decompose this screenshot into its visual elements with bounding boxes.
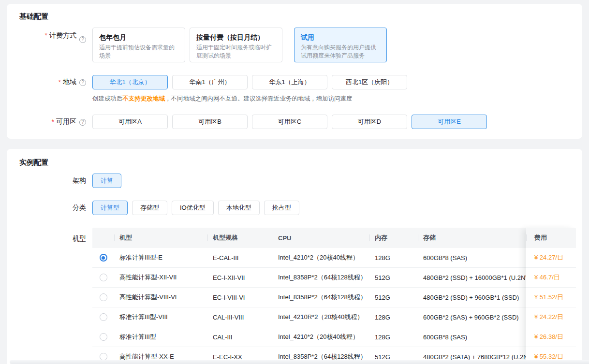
- zone-row: * 可用区 ? 可用区A可用区B可用区C可用区D可用区E: [7, 115, 582, 129]
- cell-cpu: Intel_8358P*2（64核128线程）: [273, 273, 369, 282]
- cell-cpu: Intel_8358P*2（64核128线程）: [273, 293, 369, 302]
- zone-option-4[interactable]: 可用区D: [332, 115, 407, 129]
- cell-model: 高性能计算型-XII-VII: [114, 273, 207, 282]
- region-note-suffix: ，不同地域之间内网不互通。建议选择靠近业务的地域，增加访问速度: [165, 95, 353, 102]
- billing-method-label: * 计费方式 ?: [7, 28, 86, 62]
- billing-method-label-text: 计费方式: [49, 31, 76, 40]
- region-option-2[interactable]: 华南1（广州）: [172, 75, 248, 89]
- cell-memory: 128G: [369, 334, 418, 341]
- row-radio[interactable]: [100, 274, 107, 281]
- cell-spec: CAL-III-VIII: [207, 314, 273, 321]
- category-options: 计算型存储型IO优化型本地化型抢占型: [92, 201, 299, 215]
- category-option-3[interactable]: IO优化型: [172, 201, 214, 215]
- machine-table: 机型机型规格CPU内存存储 标准计算III型-EE-CAL-IIIIntel_4…: [92, 228, 576, 364]
- column-header-price: 费用: [526, 228, 576, 248]
- category-option-1[interactable]: 计算型: [92, 201, 128, 215]
- billing-option-title: 试用: [301, 33, 380, 42]
- basic-config-title: 基础配置: [19, 12, 582, 21]
- billing-option-1[interactable]: 包年包月适用于提前预估设备需求量的场景: [92, 28, 185, 62]
- billing-option-title: 包年包月: [99, 33, 178, 42]
- machine-type-row: 机型 机型机型规格CPU内存存储 标准计算III型-EE-CAL-IIIInte…: [7, 228, 582, 364]
- help-icon[interactable]: ?: [79, 36, 86, 43]
- region-option-4[interactable]: 西北1区（庆阳）: [332, 75, 407, 89]
- region-option-3[interactable]: 华东1（上海）: [252, 75, 327, 89]
- zone-label-text: 可用区: [56, 117, 76, 126]
- machine-type-label-text: 机型: [73, 234, 86, 243]
- cell-spec: EC-I-XII-VII: [207, 274, 273, 281]
- region-label-text: 地域: [63, 78, 76, 87]
- region-note-prefix: 创建成功后: [92, 95, 123, 102]
- column-header-memory: 内存: [369, 228, 418, 248]
- cell-spec: E-EC-I-XX: [207, 353, 273, 361]
- region-option-1[interactable]: 华北1（北京）: [92, 75, 168, 89]
- horizontal-scrollbar[interactable]: [10, 360, 589, 364]
- billing-options: 包年包月适用于提前预估设备需求量的场景按量付费（按日月结）适用于固定时间服务或临…: [92, 28, 387, 62]
- billing-option-desc: 适用于固定时间服务或临时扩展测试的场景: [196, 44, 276, 60]
- region-options: 华北1（北京）华南1（广州）华东1（上海）西北1区（庆阳）: [92, 75, 407, 89]
- radio-cell: [92, 333, 114, 341]
- billing-option-desc: 为有意向购买服务的用户提供试用额度来体验产品服务: [301, 44, 380, 60]
- zone-option-1[interactable]: 可用区A: [92, 115, 168, 129]
- arch-options: 计算: [92, 174, 121, 188]
- category-label: 分类: [7, 201, 86, 215]
- machine-table-body: 标准计算III型-EE-CAL-IIIIntel_4210*2（20核40线程）…: [92, 248, 576, 364]
- cell-price: ¥ 26.38/日: [526, 327, 576, 347]
- zone-option-3[interactable]: 可用区C: [252, 115, 327, 129]
- radio-cell: [92, 293, 114, 301]
- zone-label: * 可用区 ?: [7, 115, 86, 129]
- purchase-config-page: 基础配置 * 计费方式 ? 包年包月适用于提前预估设备需求量的场景按量付费（按日…: [0, 4, 589, 364]
- region-note: 创建成功后不支持更改地域，不同地域之间内网不互通。建议选择靠近业务的地域，增加访…: [92, 95, 582, 103]
- cell-model: 标准计算III型: [114, 333, 207, 341]
- row-radio[interactable]: [100, 333, 107, 341]
- category-option-5[interactable]: 抢占型: [264, 201, 299, 215]
- cell-memory: 512G: [369, 353, 418, 361]
- cell-cpu: Intel_4210*2（20核40线程）: [273, 253, 369, 262]
- machine-row-2[interactable]: 高性能计算型-XII-VIIEC-I-XII-VIIIntel_8358P*2（…: [92, 268, 576, 288]
- row-radio[interactable]: [100, 353, 107, 361]
- cell-price: ¥ 24.22/日: [526, 307, 576, 327]
- cell-model: 标准计算III型-VIII: [114, 313, 207, 321]
- category-label-text: 分类: [73, 204, 86, 212]
- column-header-model: 机型: [114, 228, 207, 248]
- help-icon[interactable]: ?: [79, 119, 86, 126]
- cell-spec: EC-I-VIII-VI: [207, 294, 273, 301]
- row-radio[interactable]: [100, 313, 107, 321]
- region-label: * 地域 ?: [7, 75, 86, 89]
- radio-cell: [92, 353, 114, 361]
- machine-row-3[interactable]: 高性能计算型-VIII-VIEC-I-VIII-VIIntel_8358P*2（…: [92, 288, 576, 307]
- price-column: 费用¥ 24.27/日¥ 46.7/日¥ 51.52/日¥ 24.22/日¥ 2…: [526, 228, 576, 364]
- arch-label-text: 架构: [73, 176, 86, 185]
- cell-model: 标准计算III型-E: [114, 253, 207, 262]
- machine-table-header: 机型机型规格CPU内存存储: [92, 228, 576, 248]
- billing-option-3[interactable]: 试用为有意向购买服务的用户提供试用额度来体验产品服务: [294, 28, 387, 62]
- machine-row-4[interactable]: 标准计算III型-VIIICAL-III-VIIIIntel_4210R*2（2…: [92, 307, 576, 327]
- machine-row-5[interactable]: 标准计算III型CAL-IIIIntel_4210*2（20核40线程）128G…: [92, 327, 576, 347]
- cell-memory: 128G: [369, 314, 418, 321]
- region-note-highlight: 不支持更改地域: [123, 95, 165, 102]
- machine-row-1[interactable]: 标准计算III型-EE-CAL-IIIIntel_4210*2（20核40线程）…: [92, 248, 576, 268]
- cell-cpu: Intel_4210R*2（20核40线程）: [273, 313, 369, 321]
- machine-type-label: 机型: [7, 228, 86, 364]
- category-option-2[interactable]: 存储型: [132, 201, 167, 215]
- cell-memory: 512G: [369, 274, 418, 281]
- required-mark: *: [59, 78, 61, 86]
- zone-option-2[interactable]: 可用区B: [172, 115, 248, 129]
- machine-table-wrap: 机型机型规格CPU内存存储 标准计算III型-EE-CAL-IIIIntel_4…: [92, 228, 576, 364]
- row-radio[interactable]: [100, 293, 107, 301]
- category-option-4[interactable]: 本地化型: [218, 201, 260, 215]
- arch-row: 架构 计算: [7, 174, 582, 188]
- arch-option-1[interactable]: 计算: [92, 174, 121, 188]
- zone-option-5[interactable]: 可用区E: [412, 115, 487, 129]
- billing-option-2[interactable]: 按量付费（按日月结）适用于固定时间服务或临时扩展测试的场景: [190, 28, 282, 62]
- cell-spec: CAL-III: [207, 334, 273, 341]
- cell-price: ¥ 51.52/日: [526, 288, 576, 307]
- radio-cell: [92, 313, 114, 321]
- category-row: 分类 计算型存储型IO优化型本地化型抢占型: [7, 201, 582, 215]
- cell-spec: E-CAL-III: [207, 254, 273, 262]
- row-radio[interactable]: [100, 254, 107, 262]
- basic-config-section: 基础配置 * 计费方式 ? 包年包月适用于提前预估设备需求量的场景按量付费（按日…: [7, 4, 582, 139]
- region-row: * 地域 ? 华北1（北京）华南1（广州）华东1（上海）西北1区（庆阳）: [7, 75, 582, 89]
- help-icon[interactable]: ?: [79, 79, 86, 86]
- radio-cell: [92, 274, 114, 281]
- cell-memory: 128G: [369, 254, 418, 262]
